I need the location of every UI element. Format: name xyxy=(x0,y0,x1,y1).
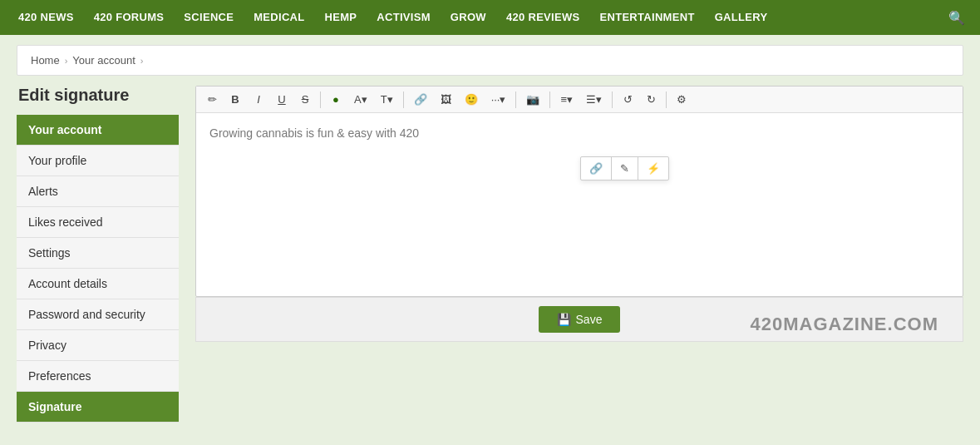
toolbar-underline-btn[interactable]: U xyxy=(271,90,293,109)
footer-bar: 💾 Save xyxy=(195,297,963,342)
nav-grow[interactable]: GROW xyxy=(441,0,496,35)
link-popup: 🔗 ✎ ⚡ xyxy=(580,156,669,180)
sidebar-item-privacy[interactable]: Privacy xyxy=(17,330,179,361)
breadcrumb-sep2: › xyxy=(140,56,144,66)
sidebar: Edit signature Your account Your profile… xyxy=(17,86,179,423)
sidebar-item-signature[interactable]: Signature xyxy=(17,392,179,423)
content-area: ✏ B I U S ● A▾ T▾ 🔗 🖼 🙂 ···▾ 📷 ≡▾ ☰▾ xyxy=(195,86,963,423)
sidebar-item-account-details[interactable]: Account details xyxy=(17,269,179,299)
editor-body[interactable]: Growing cannabis is fun & easy with 420 … xyxy=(196,113,963,296)
toolbar-image-btn[interactable]: 🖼 xyxy=(435,90,457,109)
editor-toolbar: ✏ B I U S ● A▾ T▾ 🔗 🖼 🙂 ···▾ 📷 ≡▾ ☰▾ xyxy=(196,87,963,113)
toolbar-bold-btn[interactable]: B xyxy=(224,90,246,109)
toolbar-separator-6 xyxy=(666,91,667,108)
breadcrumb-account[interactable]: Your account xyxy=(72,54,135,67)
toolbar-fontcolor-btn[interactable]: A▾ xyxy=(348,90,373,109)
nav-activism[interactable]: ACTIVISM xyxy=(367,0,441,35)
toolbar-separator-4 xyxy=(549,91,550,108)
sidebar-item-password-security[interactable]: Password and security xyxy=(17,299,179,330)
toolbar-more-btn[interactable]: ···▾ xyxy=(485,90,512,109)
search-icon[interactable]: 🔍 xyxy=(942,10,972,26)
toolbar-fontsize-btn[interactable]: T▾ xyxy=(375,90,399,109)
nav-medical[interactable]: MEDICAL xyxy=(244,0,314,35)
toolbar-undo-btn[interactable]: ↺ xyxy=(617,90,638,109)
nav-entertainment[interactable]: ENTERTAINMENT xyxy=(590,0,705,35)
footer-container: 💾 Save 420MAGAZINE.COM xyxy=(195,297,963,342)
editor-placeholder-text: Growing cannabis is fun & easy with 420 xyxy=(209,126,419,140)
toolbar-media-btn[interactable]: 📷 xyxy=(520,90,545,109)
page-title: Edit signature xyxy=(17,86,179,105)
save-button[interactable]: 💾 Save xyxy=(539,306,621,333)
nav-hemp[interactable]: HEMP xyxy=(315,0,367,35)
save-label: Save xyxy=(576,313,603,326)
breadcrumb: Home › Your account › xyxy=(17,45,963,76)
toolbar-list-btn[interactable]: ☰▾ xyxy=(580,90,608,109)
popup-edit-link-btn[interactable]: ✎ xyxy=(612,157,638,180)
nav-science[interactable]: SCIENCE xyxy=(174,0,244,35)
nav-gallery[interactable]: GALLERY xyxy=(705,0,778,35)
toolbar-emoji-btn[interactable]: 🙂 xyxy=(459,90,484,109)
toolbar-separator-1 xyxy=(320,91,321,108)
toolbar-erase-btn[interactable]: ✏ xyxy=(201,90,223,109)
editor-wrapper: ✏ B I U S ● A▾ T▾ 🔗 🖼 🙂 ···▾ 📷 ≡▾ ☰▾ xyxy=(195,86,963,297)
toolbar-separator-3 xyxy=(515,91,516,108)
save-icon: 💾 xyxy=(557,313,571,326)
breadcrumb-sep1: › xyxy=(65,56,68,66)
sidebar-item-your-account[interactable]: Your account xyxy=(17,115,179,146)
sidebar-item-preferences[interactable]: Preferences xyxy=(17,361,179,392)
nav-420forums[interactable]: 420 FORUMS xyxy=(84,0,175,35)
toolbar-color-btn[interactable]: ● xyxy=(325,90,347,109)
toolbar-align-btn[interactable]: ≡▾ xyxy=(554,90,579,109)
sidebar-item-alerts[interactable]: Alerts xyxy=(17,176,179,207)
toolbar-strike-btn[interactable]: S xyxy=(294,90,316,109)
sidebar-item-settings[interactable]: Settings xyxy=(17,238,179,269)
toolbar-separator-2 xyxy=(403,91,404,108)
popup-open-link-btn[interactable]: 🔗 xyxy=(581,157,612,180)
toolbar-link-btn[interactable]: 🔗 xyxy=(408,90,433,109)
toolbar-settings-btn[interactable]: ⚙ xyxy=(671,90,692,109)
toolbar-redo-btn[interactable]: ↻ xyxy=(640,90,662,109)
nav-420reviews[interactable]: 420 REVIEWS xyxy=(496,0,590,35)
sidebar-item-likes-received[interactable]: Likes received xyxy=(17,207,179,238)
main-layout: Edit signature Your account Your profile… xyxy=(17,86,963,423)
popup-remove-link-btn[interactable]: ⚡ xyxy=(638,157,668,180)
sidebar-item-your-profile[interactable]: Your profile xyxy=(17,146,179,176)
nav-420news[interactable]: 420 NEWS xyxy=(8,0,84,35)
toolbar-italic-btn[interactable]: I xyxy=(248,90,269,109)
breadcrumb-home[interactable]: Home xyxy=(31,54,60,67)
toolbar-separator-5 xyxy=(612,91,613,108)
top-navigation: 420 NEWS 420 FORUMS SCIENCE MEDICAL HEMP… xyxy=(0,0,980,35)
